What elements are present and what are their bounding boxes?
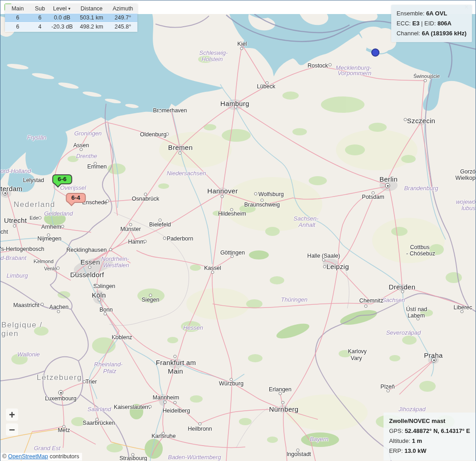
map-label-country: gien <box>1 329 19 338</box>
city-marker <box>401 290 404 293</box>
column-header-level[interactable]: Level▼ <box>49 4 75 13</box>
city-marker <box>47 234 50 237</box>
map-label-city: Enschede <box>82 199 107 206</box>
map-label-city: Lelystad <box>23 177 44 183</box>
city-marker <box>282 401 285 404</box>
map-label-country: Belgique / <box>1 321 43 330</box>
city-marker <box>104 312 107 316</box>
tii-marker-6-4[interactable]: 6-4 <box>66 193 86 203</box>
map-label-region: Rheinland- <box>94 361 123 368</box>
table-row[interactable]: 660.0 dB503.1 km249.7° <box>5 14 137 23</box>
map-label-region: ord-Holland <box>0 168 31 174</box>
map-label-region: Grand Est <box>34 445 61 451</box>
map-label-city: Maastricht <box>13 302 39 308</box>
ensemble-value: 6A (181936 kHz) <box>422 30 466 37</box>
map-label-city: Heilbronn <box>188 426 212 432</box>
attribution-prefix: © <box>2 453 8 460</box>
map-label-city: Main <box>168 367 183 375</box>
city-marker <box>149 405 152 408</box>
map-label-city: Paderborn <box>167 235 193 242</box>
attribution-suffix: contributors <box>48 453 79 460</box>
osm-link[interactable]: OpenStreetMap <box>8 453 48 460</box>
map-label-region: Westfalen <box>103 262 129 269</box>
map-label-city: Cottbus <box>410 244 429 250</box>
city-marker <box>129 223 132 226</box>
map-label-region: Nordrhein- <box>101 255 129 262</box>
ensemble-label: Ensemble: <box>397 10 426 17</box>
transmitter-value: 1 m <box>412 437 422 444</box>
table-row[interactable]: 64-20.3 dB498.2 km245.8° <box>5 23 137 32</box>
city-marker <box>13 225 16 228</box>
city-marker <box>417 317 420 321</box>
map-label-city: Würzburg <box>219 380 243 387</box>
map-label-region: Jihozápad <box>398 406 425 413</box>
map-label-city: Oldenburg <box>140 131 166 138</box>
city-marker <box>254 192 257 196</box>
table-cell: 6 <box>5 23 30 31</box>
map-label-city: 's-Hertogenbosch <box>0 246 44 252</box>
transmitter-label: ERP: <box>389 447 404 454</box>
map-label-city: Osnabrück <box>132 196 159 202</box>
map-label-city: Aachen <box>49 304 68 310</box>
map-label-city: Bremen <box>168 144 193 151</box>
city-marker <box>231 255 234 258</box>
map-label-country: Lëtzebuerg <box>37 373 82 382</box>
city-marker <box>96 418 99 421</box>
city-marker <box>329 63 332 67</box>
table-cell: 0.0 dB <box>49 14 75 22</box>
map-label-city: Bielefeld <box>149 221 171 228</box>
city-marker <box>61 225 64 228</box>
map-label-city: Leipzig <box>326 263 349 270</box>
city-marker <box>98 298 101 302</box>
capital-marker <box>58 390 63 395</box>
column-header-main[interactable]: Main <box>5 4 30 13</box>
map-label-city: Essen <box>80 258 100 266</box>
sort-descending-icon: ▼ <box>68 7 71 11</box>
map-label-country: Nederland <box>14 200 55 209</box>
map-label-city: Karlovy <box>348 348 367 355</box>
zoom-in-button[interactable]: + <box>6 408 18 421</box>
map-label-city: Liberec <box>454 304 472 311</box>
map-label-city: Münster <box>120 226 141 232</box>
city-marker <box>240 47 243 50</box>
city-marker <box>211 271 214 274</box>
city-marker <box>144 240 147 243</box>
map-label-region: Schleswig- <box>199 49 228 56</box>
table-cell: 503.1 km <box>75 14 108 22</box>
map-label-region: lubus <box>461 205 476 211</box>
transmitter-label: GPS: <box>389 427 405 434</box>
map-label-region: Anhalt <box>299 221 316 228</box>
column-header-distance[interactable]: Distance <box>75 4 108 13</box>
map-label-city: Siegen <box>142 297 160 303</box>
map-label-city: cht <box>0 229 8 235</box>
map-viewport[interactable]: KielSchleswig-HolsteinLübeckHamburgRosto… <box>0 14 476 461</box>
table-cell: 6 <box>5 14 30 22</box>
map-label-city: Wielkop <box>456 175 476 181</box>
city-marker <box>35 259 39 263</box>
attribution: © OpenStreetMap contributors <box>0 453 82 461</box>
transmitter-label: Altitude: <box>389 437 412 444</box>
column-header-azimuth[interactable]: Azimuth <box>108 4 137 13</box>
map-label-region: Groningen <box>74 130 102 137</box>
map-label-city: Vary <box>351 355 362 361</box>
map-label-region: Drenthe <box>76 153 97 159</box>
map-label-city: Mannheim <box>153 394 179 401</box>
city-marker <box>41 303 44 306</box>
city-marker <box>113 336 117 339</box>
column-header-sub[interactable]: Sub <box>30 4 49 13</box>
map-label-city: Trier <box>85 379 97 385</box>
map-label-city: Arnhem <box>41 224 61 230</box>
map-label-region: wojewó <box>456 198 476 205</box>
table-cell: -20.3 dB <box>49 23 75 31</box>
tii-marker-6-6[interactable]: 6-6 <box>52 174 72 184</box>
map-label-city: Braunschweig <box>244 202 280 208</box>
map-label-region: Vorpommern <box>338 70 372 77</box>
map-label-region: d-Brabant <box>0 255 26 261</box>
receiver-location-marker[interactable] <box>371 48 379 57</box>
city-marker <box>199 423 202 426</box>
tii-results-table[interactable]: MainSubLevel▼DistanceAzimuth660.0 dB503.… <box>5 4 137 32</box>
map-label-city: Ede <box>29 215 39 221</box>
zoom-out-button[interactable]: − <box>6 423 18 436</box>
map-label-city: Berlin <box>379 175 398 183</box>
city-marker <box>387 389 390 393</box>
